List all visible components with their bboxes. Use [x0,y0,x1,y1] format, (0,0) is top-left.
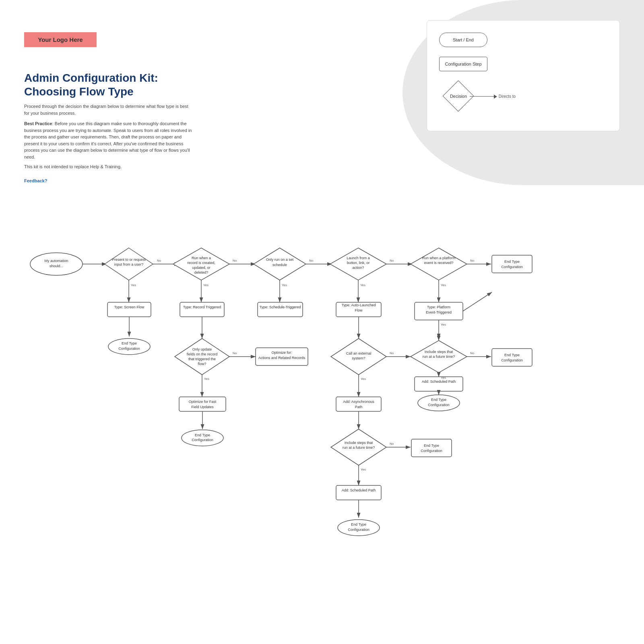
intro-paragraph: Proceed through the decision the diagram… [24,103,193,116]
svg-text:action?: action? [352,266,364,270]
svg-text:Yes: Yes [361,377,366,381]
svg-text:Configuration: Configuration [118,347,140,351]
svg-text:Yes: Yes [203,283,208,287]
svg-text:Actions and Related Records: Actions and Related Records [258,356,305,360]
svg-text:Yes: Yes [441,323,446,326]
svg-text:Include steps that: Include steps that [425,350,453,354]
svg-text:No: No [233,259,237,262]
svg-text:input from a user?: input from a user? [114,262,144,266]
svg-text:Path: Path [355,405,363,409]
svg-text:No: No [390,351,394,355]
svg-rect-113 [336,485,381,500]
feedback-link[interactable]: Feedback? [24,178,47,183]
legend-oval-shape: Start / End [439,33,487,47]
svg-text:Yes: Yes [441,376,446,380]
svg-text:Configuration: Configuration [501,358,523,362]
svg-text:Yes: Yes [361,468,366,471]
svg-text:run at a future time?: run at a future time? [343,446,375,450]
svg-rect-94 [492,349,532,366]
svg-text:End Type: End Type [504,353,520,357]
svg-text:Only update: Only update [192,347,212,351]
logo: Your Logo Here [24,32,97,47]
svg-text:Configuration: Configuration [428,403,450,407]
legend-oval-label: Start / End [453,37,474,42]
svg-text:schedule: schedule [272,263,287,267]
legend-rect-shape: Configuration Step [439,57,487,71]
svg-text:Type: Record Triggered: Type: Record Triggered [183,305,221,309]
svg-rect-76 [179,397,226,411]
svg-text:Yes: Yes [204,377,209,381]
svg-text:Add: Asynchronous: Add: Asynchronous [343,400,374,404]
svg-text:fields on the record: fields on the record [187,352,218,356]
svg-text:Flow: Flow [355,308,363,312]
svg-text:Optimize for:: Optimize for: [271,351,292,355]
svg-text:Configuration: Configuration [421,449,442,453]
svg-text:End Type: End Type [195,433,210,437]
svg-text:updated, or: updated, or [192,266,211,270]
svg-text:End Type: End Type [122,341,137,345]
svg-text:Configuration: Configuration [192,438,213,442]
svg-text:No: No [390,259,394,262]
legend-item-rect: Configuration Step [439,57,607,71]
svg-text:Optimize for Fast: Optimize for Fast [189,400,217,404]
svg-text:Field Updates: Field Updates [191,405,214,409]
svg-text:No: No [157,259,161,262]
svg-text:Run when a: Run when a [192,256,211,260]
svg-text:Add: Scheduled Path: Add: Scheduled Path [422,380,456,384]
svg-rect-108 [411,439,452,457]
svg-text:Type: Schedule-Triggered: Type: Schedule-Triggered [259,305,301,309]
svg-rect-48 [180,302,224,317]
svg-rect-50 [258,302,303,317]
flowchart-svg: My automation should... Present to or re… [24,200,620,594]
svg-text:Call an external: Call an external [346,351,372,355]
svg-text:No: No [390,442,394,446]
svg-text:End Type: End Type [504,260,520,264]
svg-text:No: No [309,259,314,262]
svg-text:that triggered the: that triggered the [188,357,216,361]
best-practice-text: Best Practice: Before you use this diagr… [24,120,193,160]
legend-item-oval: Start / End [439,33,607,47]
svg-text:Run when a platform: Run when a platform [422,256,455,260]
svg-text:My automation: My automation [44,259,68,263]
svg-text:Type: Screen Flow: Type: Screen Flow [114,305,144,309]
page-title: Admin Configuration Kit: Choosing Flow T… [24,71,193,98]
svg-text:End Type: End Type [424,444,439,448]
svg-text:Add: Scheduled Path: Add: Scheduled Path [342,488,376,492]
svg-text:Event-Triggered: Event-Triggered [426,310,452,314]
legend-item-diamond: Decision Directs to [439,81,607,109]
svg-text:Yes: Yes [441,283,446,287]
svg-text:No: No [470,259,475,262]
svg-text:Yes: Yes [360,283,365,287]
svg-text:End Type: End Type [351,522,366,526]
svg-rect-43 [492,255,532,273]
svg-text:Only run on a set: Only run on a set [266,258,294,262]
svg-rect-121 [415,377,463,391]
svg-text:button, link, or: button, link, or [347,261,370,265]
svg-text:Present to or request: Present to or request [112,258,146,262]
svg-text:Configuration: Configuration [501,265,523,269]
svg-line-58 [463,292,492,311]
svg-text:No: No [233,351,237,355]
svg-text:flow?: flow? [198,362,206,366]
kit-note: This kit is not intended to replace Help… [24,164,193,169]
legend-box: Start / End Configuration Step Decision [427,20,620,131]
svg-text:No: No [470,351,475,355]
svg-rect-46 [107,302,151,317]
svg-text:Type: Platform: Type: Platform [427,305,450,309]
svg-text:Configuration: Configuration [348,528,369,532]
svg-rect-99 [336,397,381,411]
svg-text:deleted?: deleted? [194,270,208,275]
svg-text:End Type: End Type [431,398,446,402]
svg-text:Include steps that: Include steps that [345,441,373,445]
svg-text:system?: system? [352,356,365,360]
svg-text:Launch from a: Launch from a [347,256,370,260]
svg-text:run at a future time?: run at a future time? [423,355,455,359]
flowchart-section: My automation should... Present to or re… [24,200,620,595]
svg-text:Yes: Yes [131,283,136,287]
svg-text:should...: should... [50,264,63,268]
svg-text:record is created,: record is created, [187,261,215,265]
legend-rect-label: Configuration Step [445,62,481,66]
svg-marker-64 [175,339,229,375]
svg-text:Type: Auto-Launched: Type: Auto-Launched [341,303,376,307]
svg-text:Yes: Yes [282,283,287,287]
